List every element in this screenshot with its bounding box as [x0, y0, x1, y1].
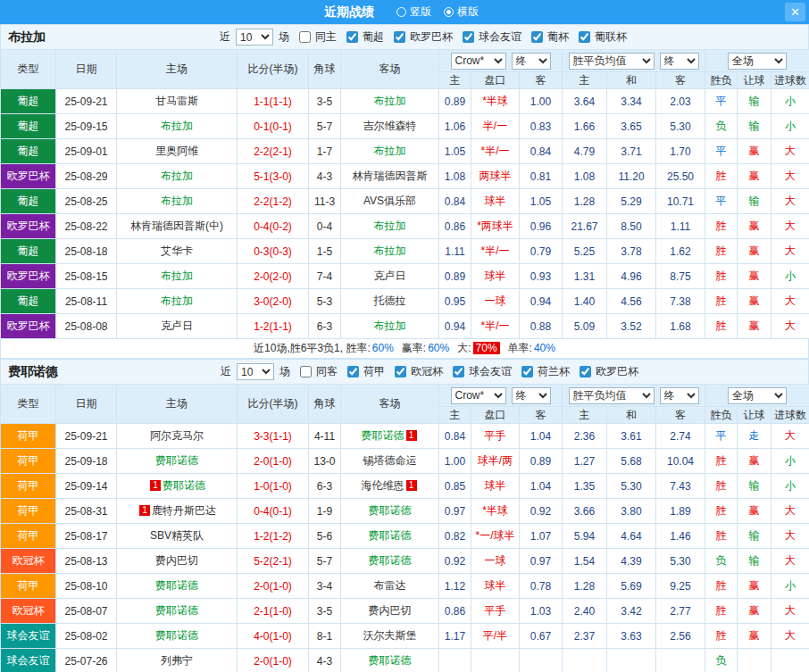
away-team[interactable]: 林肯瑞德因普斯: [341, 164, 439, 189]
league-filter-checkbox[interactable]: [463, 31, 474, 43]
bookmaker-select[interactable]: Crow*: [451, 53, 506, 70]
away-team[interactable]: 费耶诺德: [341, 524, 439, 549]
home-team[interactable]: 艾华卡: [117, 239, 238, 264]
home-team[interactable]: SBV精英队: [117, 524, 238, 549]
away-team[interactable]: 布拉加: [341, 314, 439, 339]
league-filter-checkbox[interactable]: [394, 31, 405, 43]
away-team[interactable]: 费耶诺德1: [341, 424, 439, 449]
home-team[interactable]: 布拉加: [117, 264, 238, 289]
home-team[interactable]: 林肯瑞德因普斯(中): [117, 214, 238, 239]
home-team[interactable]: 布拉加: [117, 164, 238, 189]
match-date: 25-09-21: [56, 89, 117, 114]
home-team[interactable]: 费耶诺德: [117, 599, 238, 624]
subcol-header-avg-win: 主: [563, 407, 607, 424]
league-filter-checkbox[interactable]: [580, 366, 591, 377]
goals-total: 大: [771, 164, 809, 189]
away-team[interactable]: 锡塔德命运: [341, 449, 439, 474]
match-count-select[interactable]: 10: [236, 29, 273, 46]
away-team[interactable]: 沃尔夫斯堡: [341, 624, 439, 649]
subcol-header-goals-total: 进球数: [771, 72, 809, 89]
home-team-name: 费耶诺德: [155, 579, 198, 592]
home-team[interactable]: 费耶诺德: [117, 624, 238, 649]
home-team[interactable]: 1费耶诺德: [117, 474, 238, 499]
red-card-badge: 1: [150, 480, 161, 491]
closing-select[interactable]: 终: [512, 53, 551, 70]
matches-table: 类型日期主场比分(半场)角球客场Crow*终胜平负均值终全场主盘口客主和客胜负让…: [0, 384, 809, 672]
home-team[interactable]: 布拉加: [117, 189, 238, 214]
avg-odds-select[interactable]: 胜平负均值: [569, 387, 655, 404]
avg-odds-select[interactable]: 胜平负均值: [569, 53, 655, 70]
home-team[interactable]: 里奥阿维: [117, 139, 238, 164]
away-team[interactable]: 布拉加: [341, 239, 439, 264]
avg-win: 2.40: [563, 599, 607, 624]
avg-draw: 3.80: [607, 499, 656, 524]
match-date: 25-09-14: [56, 474, 117, 499]
league-filter-checkbox[interactable]: [347, 366, 359, 377]
layout-horizontal-option[interactable]: 横版: [444, 4, 479, 20]
league-filter-checkbox[interactable]: [395, 366, 406, 377]
asian-away-odds: 1.00: [520, 89, 563, 114]
summary-segment: 赢率:: [402, 342, 426, 354]
asian-home-odds: 1.05: [439, 139, 471, 164]
team-section: 费耶诺德近10场同客荷甲欧冠杯球会友谊荷兰杯欧罗巴杯类型日期主场比分(半场)角球…: [0, 359, 809, 672]
avg-odds-group-header: 胜平负均值终: [563, 385, 705, 407]
closing-select[interactable]: 终: [660, 387, 699, 404]
home-team[interactable]: 费耶诺德: [117, 574, 238, 599]
away-team[interactable]: 海伦维恩1: [341, 474, 439, 499]
home-team[interactable]: 甘马雷斯: [117, 89, 238, 114]
away-team[interactable]: 布拉加: [341, 214, 439, 239]
close-button[interactable]: ✕: [785, 3, 805, 21]
away-team[interactable]: 布拉加: [341, 139, 439, 164]
col-header-date: 日期: [56, 385, 117, 424]
away-team[interactable]: 托德拉: [341, 289, 439, 314]
red-card-badge: 1: [139, 505, 150, 516]
closing-select[interactable]: 终: [660, 53, 699, 70]
away-team[interactable]: 费耶诺德: [341, 549, 439, 574]
home-team[interactable]: 布拉加: [117, 114, 238, 139]
away-team[interactable]: 费耶诺德: [341, 649, 439, 672]
closing-select[interactable]: 终: [512, 387, 551, 404]
away-team[interactable]: 费耶诺德: [341, 499, 439, 524]
league-filter-checkbox[interactable]: [453, 366, 464, 377]
league-badge: 欧冠杯: [1, 599, 56, 624]
avg-draw: 5.30: [607, 474, 656, 499]
away-team[interactable]: 费内巴切: [341, 599, 439, 624]
corner-score: 13-0: [309, 449, 341, 474]
away-team[interactable]: 吉尔维森特: [341, 114, 439, 139]
home-team[interactable]: 克卢日: [117, 314, 238, 339]
scope-select[interactable]: 全场: [728, 387, 787, 404]
asian-away-odds: 0.93: [520, 264, 563, 289]
away-team[interactable]: 布拉加: [341, 89, 439, 114]
league-filter-checkbox[interactable]: [531, 31, 543, 43]
away-team[interactable]: 布雷达: [341, 574, 439, 599]
home-team[interactable]: 阿尔克马尔: [117, 424, 238, 449]
league-filter-checkbox[interactable]: [521, 366, 533, 377]
match-date: 25-09-18: [56, 449, 117, 474]
bookmaker-select[interactable]: Crow*: [451, 387, 506, 404]
home-team[interactable]: 布拉加: [117, 289, 238, 314]
handicap: 平/半: [471, 624, 520, 649]
scope-select[interactable]: 全场: [728, 53, 787, 70]
subcol-header-asian-home-odds: 主: [439, 72, 471, 89]
away-team[interactable]: 克卢日: [341, 264, 439, 289]
home-team[interactable]: 费内巴切: [117, 549, 238, 574]
same-venue-checkbox[interactable]: [299, 31, 311, 43]
score: 2-0(1-0): [238, 449, 309, 474]
home-team[interactable]: 1鹿特丹斯巴达: [117, 499, 238, 524]
league-badge: 葡超: [1, 139, 56, 164]
away-team-name: 克卢日: [374, 270, 406, 282]
home-team[interactable]: 费耶诺德: [117, 449, 238, 474]
match-row: 球会友谊25-08-02费耶诺德4-0(1-0)8-1沃尔夫斯堡1.17平/半0…: [1, 624, 809, 649]
league-filter-checkbox[interactable]: [579, 31, 590, 43]
away-team[interactable]: AVS俱乐部: [341, 189, 439, 214]
league-filter-checkbox[interactable]: [346, 31, 358, 43]
avg-win: 4.79: [563, 139, 607, 164]
match-count-select[interactable]: 10: [237, 363, 274, 380]
league-filter-label: 葡超: [363, 29, 384, 45]
home-team[interactable]: 列弗宁: [117, 649, 238, 672]
avg-win: 2.36: [563, 424, 607, 449]
same-venue-checkbox[interactable]: [300, 366, 312, 377]
layout-vertical-option[interactable]: 竖版: [396, 4, 431, 20]
col-header-home: 主场: [117, 385, 238, 424]
radio-selected-icon: [444, 7, 454, 17]
